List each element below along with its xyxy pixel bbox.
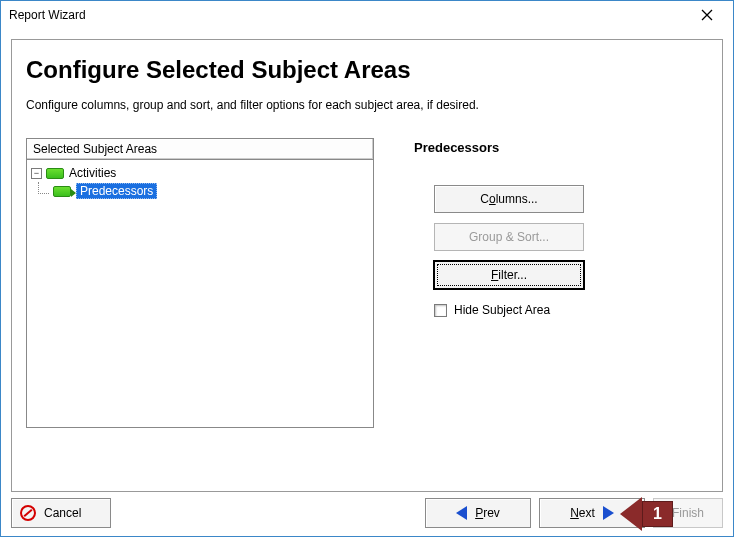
subject-areas-col: Selected Subject Areas − Activities Pred… <box>26 138 374 428</box>
cancel-icon <box>20 505 36 521</box>
prev-label: Prev <box>475 506 500 520</box>
close-icon <box>701 9 713 21</box>
cancel-button[interactable]: Cancel <box>11 498 111 528</box>
footer: Cancel Prev Next Finish <box>1 492 733 536</box>
page-subtitle: Configure columns, group and sort, and f… <box>26 98 708 112</box>
columns-button[interactable]: Columns... <box>434 185 584 213</box>
tree-node-label-selected: Predecessors <box>76 183 157 199</box>
page-heading: Configure Selected Subject Areas <box>26 56 708 84</box>
folder-icon <box>46 168 64 179</box>
hide-subject-area-label: Hide Subject Area <box>454 303 550 317</box>
columns: Selected Subject Areas − Activities Pred… <box>26 138 708 428</box>
subject-areas-tree[interactable]: − Activities Predecessors <box>26 160 374 428</box>
group-sort-button: Group & Sort... <box>434 223 584 251</box>
collapse-icon[interactable]: − <box>31 168 42 179</box>
cancel-label: Cancel <box>44 506 81 520</box>
triangle-right-icon <box>603 506 614 520</box>
tree-node-label: Activities <box>69 166 116 180</box>
tree-node-predecessors[interactable]: Predecessors <box>31 182 369 200</box>
next-button[interactable]: Next <box>539 498 645 528</box>
triangle-left-icon <box>456 506 467 520</box>
tree-branch-icon <box>31 182 53 200</box>
finish-button: Finish <box>653 498 723 528</box>
options-heading: Predecessors <box>414 140 708 155</box>
hide-subject-area-checkbox[interactable] <box>434 304 447 317</box>
hide-subject-area-row[interactable]: Hide Subject Area <box>434 303 708 317</box>
content: Configure Selected Subject Areas Configu… <box>1 29 733 492</box>
close-button[interactable] <box>687 3 727 27</box>
window-root: Report Wizard Configure Selected Subject… <box>0 0 734 537</box>
tree-node-activities[interactable]: − Activities <box>31 164 369 182</box>
titlebar: Report Wizard <box>1 1 733 29</box>
subject-areas-header[interactable]: Selected Subject Areas <box>26 138 374 160</box>
finish-label: Finish <box>672 506 704 520</box>
folder-arrow-icon <box>53 186 71 197</box>
options-col: Predecessors Columns... Group & Sort... … <box>414 138 708 428</box>
window-title: Report Wizard <box>9 8 86 22</box>
main-panel: Configure Selected Subject Areas Configu… <box>11 39 723 492</box>
filter-button[interactable]: Filter... <box>434 261 584 289</box>
prev-button[interactable]: Prev <box>425 498 531 528</box>
next-label: Next <box>570 506 595 520</box>
